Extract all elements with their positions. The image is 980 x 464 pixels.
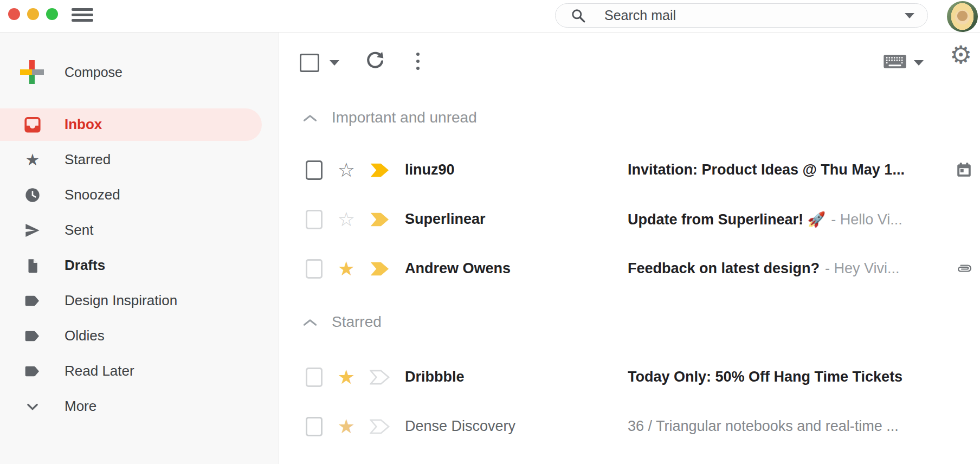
row-checkbox[interactable] xyxy=(306,259,323,279)
email-sender: linuz90 xyxy=(405,162,622,178)
email-subject: Feedback on latest design? xyxy=(628,260,820,277)
sidebar-item-read-later[interactable]: Read Later xyxy=(0,353,279,389)
star-toggle-icon[interactable]: ★ xyxy=(334,368,358,387)
email-sender: Dribbble xyxy=(405,369,622,385)
compose-button[interactable]: Compose xyxy=(0,56,122,88)
email-row[interactable]: ★ Dense Discovery 36 / Triangular notebo… xyxy=(280,402,980,451)
star-toggle-icon[interactable]: ☆ xyxy=(334,160,358,180)
sidebar-item-label: Inbox xyxy=(65,116,102,133)
star-toggle-icon[interactable]: ★ xyxy=(334,417,358,436)
row-checkbox[interactable] xyxy=(306,160,323,180)
sidebar-item-starred[interactable]: ★ Starred xyxy=(0,142,279,177)
sidebar-item-more[interactable]: More xyxy=(0,389,279,424)
send-icon xyxy=(23,221,42,240)
email-subject-area: Update from Superlinear! 🚀 - Hello Vi... xyxy=(628,211,955,228)
select-options-caret-icon[interactable] xyxy=(330,60,339,66)
section-header-starred[interactable]: Starred xyxy=(280,306,980,338)
email-sender: Dense Discovery xyxy=(405,418,622,435)
section-title: Important and unread xyxy=(332,109,477,126)
search-options-caret-icon[interactable] xyxy=(905,13,914,18)
chevron-down-icon xyxy=(23,397,42,416)
search-input[interactable] xyxy=(603,7,905,24)
mail-toolbar: ⚙ xyxy=(280,33,980,79)
importance-marker-icon[interactable] xyxy=(370,212,390,227)
label-icon xyxy=(23,362,42,381)
clock-icon xyxy=(23,186,42,204)
sidebar-item-label: More xyxy=(65,398,96,415)
sidebar-item-label: Sent xyxy=(65,222,94,239)
email-subject-area: 36 / Triangular notebooks and real-time … xyxy=(628,418,955,435)
sidebar-item-label: Design Inspiration xyxy=(65,292,177,309)
compose-plus-icon xyxy=(20,60,44,84)
keyboard-caret-icon[interactable] xyxy=(914,60,924,66)
star-toggle-icon[interactable]: ★ xyxy=(334,259,358,279)
refresh-icon[interactable] xyxy=(365,50,385,71)
email-subject-area: Today Only: 50% Off Hang Time Tickets xyxy=(628,369,955,385)
email-subject-area: Feedback on latest design? - Hey Vivi... xyxy=(628,260,955,277)
sidebar-item-label: Oldies xyxy=(65,327,105,344)
email-sender: Superlinear xyxy=(405,211,622,228)
label-icon xyxy=(23,292,42,310)
hamburger-menu-icon[interactable] xyxy=(72,8,93,22)
calendar-icon xyxy=(955,162,972,178)
star-toggle-icon[interactable]: ☆ xyxy=(334,210,358,229)
settings-gear-icon[interactable]: ⚙ xyxy=(950,42,972,67)
keyboard-icon[interactable] xyxy=(883,54,907,69)
row-checkbox[interactable] xyxy=(306,210,323,229)
close-button[interactable] xyxy=(8,8,20,20)
search-bar[interactable] xyxy=(555,3,928,28)
collapse-chevron-icon[interactable] xyxy=(302,113,318,123)
email-row[interactable]: ☆ Superlinear Update from Superlinear! 🚀… xyxy=(280,195,980,244)
email-subject: Update from Superlinear! 🚀 xyxy=(628,211,826,228)
sidebar-item-label: Drafts xyxy=(65,257,105,274)
gmail-window: Compose Inbox ★ Starred xyxy=(0,0,980,464)
email-snippet: - Hey Vivi... xyxy=(825,260,900,277)
importance-marker-icon[interactable] xyxy=(370,261,390,276)
email-subject: 36 / Triangular notebooks and real-time … xyxy=(628,418,899,435)
compose-label: Compose xyxy=(65,65,122,80)
select-all-checkbox[interactable] xyxy=(300,54,319,72)
file-icon xyxy=(23,256,42,275)
row-checkbox[interactable] xyxy=(306,368,323,387)
sidebar-nav: Inbox ★ Starred Snoozed xyxy=(0,107,279,424)
user-avatar[interactable] xyxy=(947,1,978,32)
sidebar-item-sent[interactable]: Sent xyxy=(0,212,279,248)
email-subject-area: Invitation: Product Ideas @ Thu May 1... xyxy=(628,162,955,178)
inbox-icon xyxy=(23,115,42,134)
email-row[interactable]: ★ Andrew Owens Feedback on latest design… xyxy=(280,244,980,293)
section-title: Starred xyxy=(332,313,382,331)
importance-marker-icon[interactable] xyxy=(370,163,390,178)
zoom-button[interactable] xyxy=(46,8,58,20)
more-options-icon[interactable] xyxy=(416,53,420,70)
minimize-button[interactable] xyxy=(27,8,39,20)
sidebar-item-design-inspiration[interactable]: Design Inspiration xyxy=(0,283,279,318)
sidebar-item-snoozed[interactable]: Snoozed xyxy=(0,177,279,212)
email-subject: Invitation: Product Ideas @ Thu May 1... xyxy=(628,162,905,178)
star-icon: ★ xyxy=(23,151,42,169)
email-snippet: - Hello Vi... xyxy=(831,211,902,228)
collapse-chevron-icon[interactable] xyxy=(302,318,318,327)
search-icon xyxy=(571,8,586,23)
sidebar-item-label: Starred xyxy=(65,151,111,168)
email-row[interactable]: ☆ linuz90 Invitation: Product Ideas @ Th… xyxy=(280,145,980,195)
sidebar-item-inbox[interactable]: Inbox xyxy=(0,108,262,141)
sidebar-item-oldies[interactable]: Oldies xyxy=(0,318,279,353)
sidebar-item-label: Snoozed xyxy=(65,186,120,203)
section-header-important[interactable]: Important and unread xyxy=(280,102,980,133)
row-checkbox[interactable] xyxy=(306,417,323,436)
sidebar: Compose Inbox ★ Starred xyxy=(0,33,279,464)
label-icon xyxy=(23,327,42,345)
importance-marker-icon[interactable] xyxy=(370,419,390,434)
titlebar xyxy=(0,0,980,33)
sidebar-item-drafts[interactable]: Drafts xyxy=(0,248,279,283)
sidebar-item-label: Read Later xyxy=(65,363,134,379)
email-subject: Today Only: 50% Off Hang Time Tickets xyxy=(628,369,902,385)
importance-marker-icon[interactable] xyxy=(370,370,390,385)
paperclip-icon xyxy=(955,263,972,275)
mail-pane: ⚙ Important and unread ☆ linuz90 Invitat… xyxy=(280,33,980,464)
email-row[interactable]: ★ Dribbble Today Only: 50% Off Hang Time… xyxy=(280,352,980,402)
email-sender: Andrew Owens xyxy=(405,260,622,277)
